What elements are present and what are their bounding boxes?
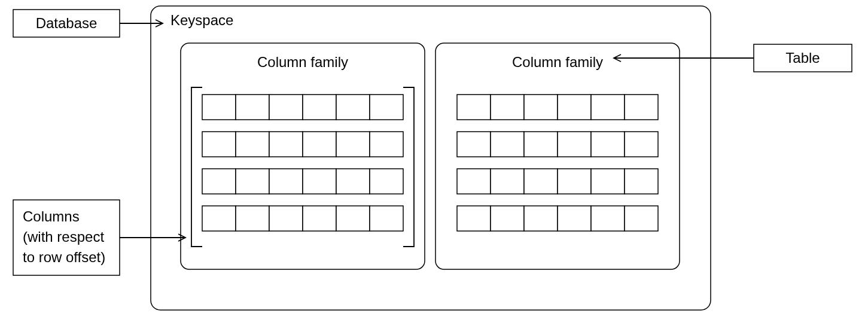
- grid-cell: [269, 132, 303, 157]
- grid-cell: [303, 132, 336, 157]
- grid-cell: [491, 95, 524, 120]
- grid-cell: [202, 95, 236, 120]
- grid-cell: [558, 95, 591, 120]
- grid-cell: [558, 132, 591, 157]
- grid-cell: [491, 206, 524, 231]
- grid-cell: [457, 206, 491, 231]
- database-label: Database: [36, 15, 98, 31]
- grid-cell: [457, 169, 491, 194]
- columns-label-line1: Columns: [23, 208, 80, 224]
- grid-cell: [303, 169, 336, 194]
- grid-cell: [336, 132, 370, 157]
- grid-cell: [558, 206, 591, 231]
- grid-cell: [591, 169, 625, 194]
- grid-cell: [269, 169, 303, 194]
- left-bracket-icon: [191, 87, 202, 247]
- columns-label-line3: to row offset): [23, 249, 105, 265]
- grid-cell: [625, 169, 658, 194]
- grid-cell: [524, 169, 558, 194]
- grid-cell: [591, 95, 625, 120]
- grid-cell: [625, 132, 658, 157]
- grid-cell: [591, 132, 625, 157]
- grid-cell: [625, 206, 658, 231]
- grid-cell: [269, 95, 303, 120]
- grid-cell: [591, 206, 625, 231]
- grid-cell: [524, 206, 558, 231]
- grid-cell: [202, 206, 236, 231]
- grid-cell: [370, 169, 403, 194]
- grid-cell: [236, 206, 269, 231]
- grid-cell: [303, 95, 336, 120]
- grid-right: [457, 95, 658, 231]
- grid-cell: [269, 206, 303, 231]
- column-family-left-label: Column family: [257, 54, 348, 70]
- keyspace-box: [151, 6, 711, 310]
- grid-cell: [370, 132, 403, 157]
- grid-cell: [336, 206, 370, 231]
- grid-cell: [625, 95, 658, 120]
- grid-cell: [202, 169, 236, 194]
- right-bracket-icon: [403, 87, 414, 247]
- grid-cell: [370, 206, 403, 231]
- grid-cell: [457, 132, 491, 157]
- table-label: Table: [785, 50, 820, 66]
- grid-cell: [236, 95, 269, 120]
- grid-cell: [202, 132, 236, 157]
- grid-cell: [491, 169, 524, 194]
- grid-cell: [303, 206, 336, 231]
- grid-cell: [558, 169, 591, 194]
- grid-cell: [236, 169, 269, 194]
- grid-cell: [491, 132, 524, 157]
- grid-cell: [457, 95, 491, 120]
- grid-cell: [524, 132, 558, 157]
- grid-cell: [336, 169, 370, 194]
- column-family-right-label: Column family: [512, 54, 603, 70]
- grid-cell: [524, 95, 558, 120]
- grid-cell: [336, 95, 370, 120]
- keyspace-label: Keyspace: [170, 12, 233, 28]
- grid-cell: [236, 132, 269, 157]
- columns-label-line2: (with respect: [23, 229, 104, 245]
- grid-cell: [370, 95, 403, 120]
- grid-left: [202, 95, 403, 231]
